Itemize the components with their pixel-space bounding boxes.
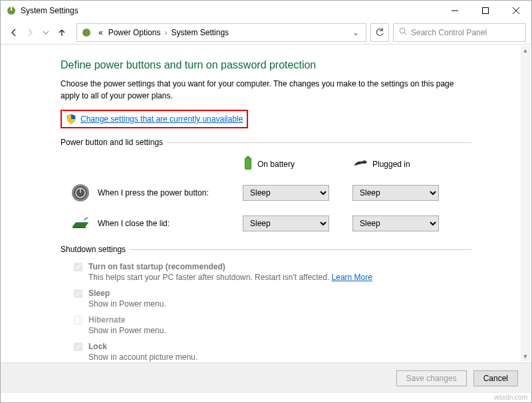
lid-plugged-select[interactable]: Sleep — [352, 215, 439, 231]
scroll-thumb[interactable] — [521, 55, 529, 352]
vertical-scrollbar[interactable]: ▲ ▼ — [521, 46, 530, 361]
chevron-down-icon[interactable]: ⌄ — [350, 28, 362, 37]
control-panel-icon — [6, 5, 17, 16]
svg-point-7 — [400, 28, 405, 33]
svg-rect-11 — [245, 158, 251, 169]
page-description: Choose the power settings that you want … — [61, 78, 471, 102]
change-settings-link[interactable]: Change settings that are currently unava… — [61, 110, 248, 128]
svg-point-6 — [82, 29, 90, 37]
search-icon — [399, 27, 407, 37]
svg-rect-9 — [247, 156, 249, 158]
svg-line-8 — [404, 33, 406, 35]
search-input[interactable]: Search Control Panel — [393, 23, 526, 42]
search-placeholder: Search Control Panel — [411, 28, 487, 37]
maximize-button[interactable] — [470, 1, 501, 21]
plug-icon — [352, 158, 368, 170]
breadcrumb-power-options[interactable]: Power Options — [106, 28, 164, 37]
save-button: Save changes — [396, 370, 467, 386]
col-battery: On battery — [243, 155, 332, 173]
svg-rect-1 — [11, 7, 12, 11]
up-button[interactable] — [54, 25, 70, 41]
address-bar[interactable]: « Power Options › System Settings ⌄ — [76, 23, 366, 42]
close-button[interactable] — [501, 1, 531, 21]
lock-checkbox — [74, 342, 82, 351]
shield-icon — [66, 114, 76, 124]
minimize-button[interactable] — [440, 1, 470, 21]
breadcrumb-system-settings[interactable]: System Settings — [168, 28, 231, 37]
row-close-lid: When I close the lid: — [70, 213, 243, 234]
watermark: wsxdn.com — [494, 394, 527, 401]
svg-rect-3 — [483, 8, 489, 14]
hibernate-checkbox — [74, 316, 82, 325]
lid-icon — [70, 213, 91, 234]
scroll-down-icon[interactable]: ▼ — [521, 352, 530, 361]
power-button-battery-select[interactable]: Sleep — [243, 185, 329, 201]
battery-icon — [243, 155, 253, 173]
learn-more-link[interactable]: Learn More — [332, 273, 372, 282]
window-title: System Settings — [21, 6, 440, 15]
change-settings-link-text[interactable]: Change settings that are currently unava… — [80, 114, 243, 124]
back-button[interactable] — [6, 25, 22, 41]
power-icon — [70, 182, 91, 203]
power-lid-legend: Power button and lid settings — [61, 138, 167, 147]
sleep-checkbox — [74, 289, 82, 298]
power-button-plugged-select[interactable]: Sleep — [352, 185, 439, 201]
chevron-right-icon: › — [163, 28, 168, 37]
forward-button — [22, 25, 38, 41]
shutdown-legend: Shutdown settings — [61, 245, 130, 254]
panel-icon — [81, 27, 92, 38]
col-plugged: Plugged in — [352, 158, 442, 170]
scroll-up-icon[interactable]: ▲ — [521, 46, 530, 55]
breadcrumb-prefix[interactable]: « — [96, 28, 106, 37]
refresh-button[interactable] — [370, 23, 389, 42]
row-power-button: When I press the power button: — [70, 182, 243, 203]
cancel-button[interactable]: Cancel — [473, 370, 518, 386]
fast-startup-checkbox — [74, 263, 82, 271]
page-heading: Define power buttons and turn on passwor… — [61, 59, 471, 71]
recent-dropdown[interactable] — [38, 25, 54, 41]
opt-fast-startup: Turn on fast startup (recommended) This … — [74, 262, 471, 282]
opt-hibernate: Hibernate Show in Power menu. — [74, 315, 471, 335]
lid-battery-select[interactable]: Sleep — [243, 215, 329, 231]
opt-lock: Lock Show in account picture menu. — [74, 342, 471, 362]
opt-sleep: Sleep Show in Power menu. — [74, 289, 471, 309]
